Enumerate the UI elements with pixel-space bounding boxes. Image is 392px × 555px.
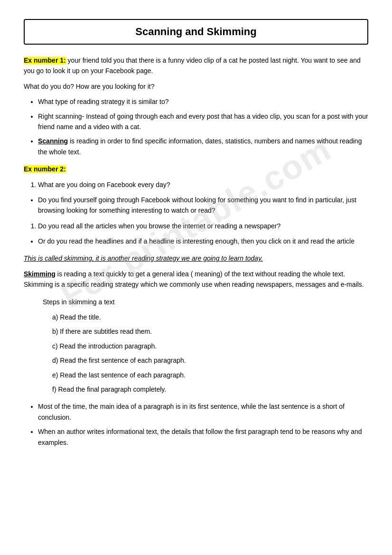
skimming-term: Skimming bbox=[24, 270, 56, 278]
ex1-paragraph: Ex number 1: your friend told you that t… bbox=[24, 55, 368, 76]
title-box: Scanning and Skimming bbox=[24, 19, 368, 45]
list-item: Do you read all the articles when you br… bbox=[38, 221, 368, 231]
final-bullet-2: When an author writes informational text… bbox=[38, 426, 368, 448]
list-item: What type of reading strategy it is simi… bbox=[38, 96, 368, 107]
step-b: b) If there are subtitles read them. bbox=[52, 326, 368, 337]
step-c: c) Read the introduction paragraph. bbox=[52, 341, 368, 351]
ex2-bullet-2: Or do you read the headlines and if a he… bbox=[38, 236, 368, 246]
skimming-intro-section: This is called skimming, it is another r… bbox=[24, 253, 368, 290]
ex1-question: What do you do? How are you looking for … bbox=[24, 81, 368, 92]
list-item: Scanning is reading in order to find spe… bbox=[38, 136, 368, 157]
ex1-bullet-list: What type of reading strategy it is simi… bbox=[38, 96, 368, 157]
example-2-section: Ex number 2: What are you doing on Faceb… bbox=[24, 164, 368, 246]
skimming-def-text: is reading a text quickly to get a gener… bbox=[24, 270, 364, 288]
steps-list: a) Read the title. b) If there are subti… bbox=[52, 312, 368, 395]
step-e-text: Read the last sentence of each paragraph… bbox=[60, 371, 186, 379]
ex2-label: Ex number 2: bbox=[24, 165, 66, 173]
example-1-section: Ex number 1: your friend told you that t… bbox=[24, 55, 368, 157]
ex1-text: your friend told you that there is a fun… bbox=[24, 56, 361, 75]
step-c-text: Read the introduction paragraph. bbox=[60, 342, 157, 350]
steps-section: Steps in skimming a text a) Read the tit… bbox=[24, 297, 368, 395]
ex2-label-para: Ex number 2: bbox=[24, 164, 368, 174]
final-bullet-list: Most of the time, the main idea of a par… bbox=[38, 401, 368, 448]
skimming-intro-para: This is called skimming, it is another r… bbox=[24, 253, 368, 263]
final-bullet-1: Most of the time, the main idea of a par… bbox=[38, 401, 368, 423]
list-item: Right scanning- Instead of going through… bbox=[38, 111, 368, 132]
step-d-text: Read the first sentence of each paragrap… bbox=[60, 357, 186, 364]
ex1-label: Ex number 1: bbox=[24, 56, 66, 64]
step-d-label: d) bbox=[52, 357, 58, 364]
step-b-label: b) bbox=[52, 328, 58, 335]
list-item: Or do you read the headlines and if a he… bbox=[38, 236, 368, 246]
list-item: Do you find yourself going through Faceb… bbox=[38, 195, 368, 216]
skimming-intro-text: This is called skimming, it is another r… bbox=[24, 254, 263, 262]
step-f: f) Read the final paragraph completely. bbox=[52, 384, 368, 395]
ex2-bullet-1: Do you find yourself going through Faceb… bbox=[38, 195, 368, 216]
steps-title: Steps in skimming a text bbox=[43, 297, 368, 307]
scanning-term: Scanning bbox=[38, 137, 68, 145]
step-b-text: If there are subtitles read them. bbox=[60, 328, 152, 335]
scanning-definition: is reading in order to find specific inf… bbox=[38, 137, 362, 155]
ex2-list: What are you doing on Facebook every day… bbox=[38, 179, 368, 190]
list-item: What are you doing on Facebook every day… bbox=[38, 179, 368, 190]
final-section: Most of the time, the main idea of a par… bbox=[24, 401, 368, 448]
step-a: a) Read the title. bbox=[52, 312, 368, 322]
step-e: e) Read the last sentence of each paragr… bbox=[52, 370, 368, 380]
ex2-list-2: Do you read all the articles when you br… bbox=[38, 221, 368, 231]
step-d: d) Read the first sentence of each parag… bbox=[52, 355, 368, 366]
step-a-text: Read the title. bbox=[60, 313, 101, 321]
step-f-text: Read the final paragraph completely. bbox=[58, 386, 166, 393]
step-a-label: a) bbox=[52, 313, 58, 321]
page-title: Scanning and Skimming bbox=[34, 26, 358, 38]
step-e-label: e) bbox=[52, 371, 58, 379]
skimming-definition-para: Skimming is reading a text quickly to ge… bbox=[24, 269, 368, 290]
step-c-label: c) bbox=[52, 342, 58, 350]
step-f-label: f) bbox=[52, 386, 56, 393]
